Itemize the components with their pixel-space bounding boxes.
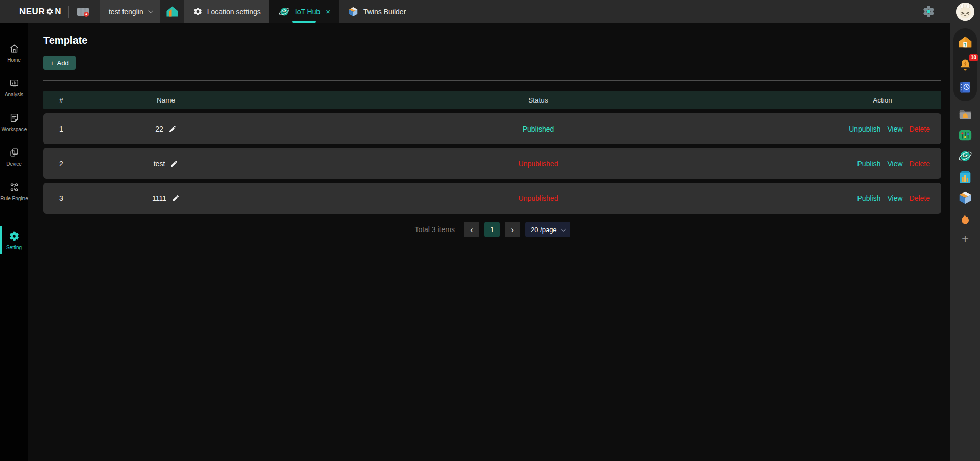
current-page-button[interactable]: 1 [484, 222, 500, 237]
main-content: Template + Add # Name Status Action 1 22… [28, 23, 950, 461]
table-row: 3 1111 Unpublished Publish View Delete [43, 183, 941, 214]
tab-twins-builder[interactable]: Twins Builder [339, 0, 414, 23]
template-table: # Name Status Action 1 22 Published Unpu… [43, 91, 941, 214]
view-link[interactable]: View [887, 125, 902, 133]
settings-gear-button[interactable] [922, 5, 936, 18]
sidebar-item-label: Rule Engine [0, 196, 28, 201]
iot-hub-app-icon[interactable] [958, 148, 973, 164]
column-header-name: Name [79, 96, 253, 104]
table-row: 2 test Unpublished Publish View Delete [43, 148, 941, 179]
next-page-button[interactable]: › [505, 222, 520, 237]
sidebar-item-workspace[interactable]: Workspace [0, 105, 28, 139]
notifications-bell-icon[interactable]: 10 [958, 57, 973, 72]
logo-text-right: N [55, 7, 61, 17]
sidebar-item-label: Workspace [2, 126, 27, 132]
page-size-select[interactable]: 20 /page [525, 222, 570, 237]
sidebar-item-label: Analysis [5, 92, 23, 97]
location-settings-tab-label: Location settings [207, 8, 261, 16]
twins-builder-tab-label: Twins Builder [363, 8, 406, 16]
twins-builder-app-icon[interactable] [958, 190, 973, 206]
right-app-rail: 10 [950, 23, 980, 461]
edit-pencil-icon[interactable] [172, 194, 180, 202]
notification-badge: 10 [969, 54, 978, 61]
rail-pinned-group: 10 [953, 28, 977, 101]
tab-home[interactable] [160, 0, 184, 23]
unpublish-link[interactable]: Unpublish [849, 125, 880, 133]
workspace-icon [9, 112, 20, 123]
left-sidebar: Home Analysis Workspace Device Rule Engi… [0, 23, 28, 461]
sidebar-item-setting[interactable]: Setting [0, 223, 28, 258]
active-item-indicator [0, 226, 2, 254]
template-name: test [154, 160, 165, 168]
edit-pencil-icon[interactable] [168, 125, 177, 133]
add-button[interactable]: + Add [43, 56, 76, 70]
plus-icon: + [50, 59, 54, 67]
topbar-divider [68, 6, 69, 18]
iot-planet-icon [278, 6, 290, 18]
page-title: Template [43, 33, 941, 47]
sidebar-item-label: Device [6, 161, 22, 167]
status-badge: Unpublished [519, 160, 558, 168]
neuron-logo-gear-icon [46, 8, 54, 15]
view-link[interactable]: View [887, 160, 902, 168]
workspace-tab-label: test fenglin [109, 8, 143, 16]
sidebar-item-analysis[interactable]: Analysis [0, 70, 28, 105]
iot-hub-tab-label: IoT Hub [295, 8, 321, 16]
energy-station-app-icon[interactable] [958, 169, 973, 185]
column-header-index: # [43, 96, 79, 104]
location-settings-gear-icon [193, 7, 203, 16]
table-header-row: # Name Status Action [43, 91, 941, 109]
add-app-plus-icon[interactable]: + [962, 232, 969, 246]
prev-page-button[interactable]: ‹ [464, 222, 479, 237]
sidebar-item-home[interactable]: Home [0, 35, 28, 70]
twins-builder-cube-icon [348, 6, 359, 17]
active-tab-indicator [292, 21, 316, 23]
pagination: Total 3 items ‹ 1 › 20 /page [43, 222, 941, 237]
status-badge: Published [523, 125, 554, 133]
delete-link[interactable]: Delete [910, 160, 930, 168]
delete-link[interactable]: Delete [910, 194, 930, 202]
chevron-down-icon [561, 226, 566, 232]
user-avatar[interactable] [956, 3, 974, 21]
sidebar-item-device[interactable]: Device [0, 139, 28, 174]
rule-chain-app-icon[interactable] [958, 127, 973, 143]
status-badge: Unpublished [519, 194, 558, 202]
view-link[interactable]: View [887, 194, 902, 202]
template-name: 22 [155, 125, 163, 133]
fire-safety-app-icon[interactable] [958, 211, 973, 226]
template-name: 1111 [152, 194, 166, 202]
alarm-archive-app-icon[interactable] [958, 107, 973, 122]
tab-workspace-selector[interactable]: test fenglin [100, 0, 160, 23]
chevron-down-icon [148, 8, 153, 13]
sidebar-item-rule-engine[interactable]: Rule Engine [0, 174, 28, 209]
row-index: 3 [43, 194, 79, 202]
publish-link[interactable]: Publish [857, 160, 881, 168]
neuron-logo: NEUR N [19, 0, 61, 23]
home-house-icon [166, 5, 179, 18]
table-row: 1 22 Published Unpublish View Delete [43, 113, 941, 144]
publish-link[interactable]: Publish [857, 194, 881, 202]
top-bar: NEUR N test fenglin Location settings Io… [0, 0, 980, 23]
logbook-app-icon[interactable] [958, 80, 973, 95]
smart-home-app-icon[interactable] [958, 35, 973, 50]
home-icon [9, 43, 20, 54]
analysis-icon [9, 78, 20, 89]
map-location-icon[interactable] [76, 0, 90, 23]
column-header-status: Status [253, 96, 824, 104]
rail-app-list [958, 107, 973, 226]
tab-iot-hub[interactable]: IoT Hub × [270, 0, 339, 23]
tab-location-settings[interactable]: Location settings [184, 0, 270, 23]
column-header-action: Action [824, 96, 941, 104]
page-size-value: 20 /page [531, 226, 557, 234]
device-icon [9, 147, 20, 158]
rule-engine-icon [9, 182, 20, 193]
total-items-text: Total 3 items [414, 225, 455, 234]
edit-pencil-icon[interactable] [170, 160, 178, 168]
close-icon[interactable]: × [326, 7, 330, 16]
sidebar-item-label: Setting [6, 245, 22, 250]
topbar-divider [943, 6, 943, 18]
add-button-label: Add [57, 59, 69, 67]
delete-link[interactable]: Delete [910, 125, 930, 133]
row-index: 2 [43, 160, 79, 168]
row-index: 1 [43, 125, 79, 133]
